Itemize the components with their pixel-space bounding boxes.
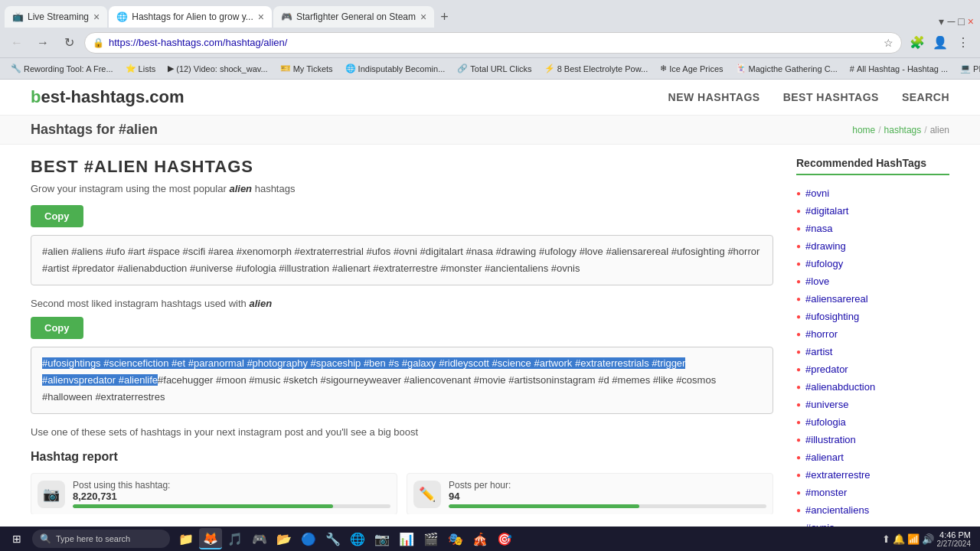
profile-button[interactable]: 👤 — [929, 32, 951, 54]
reload-button[interactable]: ↻ — [58, 32, 80, 54]
bookmark-all-hashtag[interactable]: # All Hashtag - Hashtag ... — [845, 63, 952, 75]
logo-b-letter: b — [31, 87, 41, 106]
site-nav: NEW HASHTAGS BEST HASHTAGS SEARCH — [668, 91, 949, 103]
bookmark-label-2: Lists — [139, 64, 156, 73]
sidebar-item-drawing[interactable]: ● #drawing — [796, 237, 949, 255]
back-button[interactable]: ← — [6, 32, 28, 54]
sidebar-dot-6: ● — [796, 277, 801, 285]
extensions-button[interactable]: 🧩 — [906, 32, 928, 54]
sidebar-item-nasa[interactable]: ● #nasa — [796, 220, 949, 237]
taskbar-icon-files[interactable]: 📂 — [273, 528, 296, 549]
tab-close-1[interactable]: × — [93, 11, 100, 22]
copy-button-2[interactable]: Copy — [31, 317, 83, 339]
tab-close-3[interactable]: × — [420, 11, 426, 22]
sidebar-dot-14: ● — [796, 418, 801, 426]
taskbar-icon-app7[interactable]: 🎭 — [444, 528, 467, 549]
tray-time: 4:46 PM — [939, 530, 971, 540]
taskbar-icon-browser[interactable]: 🦊 — [199, 528, 222, 549]
bookmark-video[interactable]: ▶ (12) Video: shock_wav... — [163, 62, 272, 75]
bookmark-icon-3: ▶ — [168, 64, 174, 73]
close-window-button[interactable]: × — [968, 15, 974, 28]
toolbar-actions: 🧩 👤 ⋮ — [906, 32, 974, 54]
bookmark-mtg[interactable]: 🃏 Magicthe Gathering C... — [731, 62, 842, 75]
sidebar-item-alienabduction[interactable]: ● #alienabduction — [796, 378, 949, 396]
sidebar-item-ancientaliens[interactable]: ● #ancientaliens — [796, 501, 949, 519]
breadcrumb-sep-2: / — [924, 125, 926, 135]
tray-icon-1[interactable]: ⬆ — [882, 533, 890, 545]
maximize-button[interactable]: □ — [958, 15, 964, 28]
bookmark-label-3: (12) Video: shock_wav... — [176, 64, 267, 73]
menu-button[interactable]: ⋮ — [952, 32, 974, 54]
taskbar-icon-music[interactable]: 🎵 — [224, 528, 247, 549]
address-bar[interactable]: 🔒 https://best-hashtags.com/hashtag/alie… — [84, 32, 902, 54]
sidebar-item-monster[interactable]: ● #monster — [796, 484, 949, 501]
tray-icon-volume[interactable]: 🔊 — [922, 533, 934, 545]
site-header: best-hashtags.com NEW HASHTAGS BEST HASH… — [0, 80, 980, 116]
sidebar-item-predator[interactable]: ● #predator — [796, 360, 949, 378]
tab-hashtags[interactable]: 🌐 Hashtags for Alien to grow y... × — [109, 6, 272, 28]
bookmark-page-button[interactable]: ☆ — [884, 37, 893, 49]
new-tab-button[interactable]: + — [436, 6, 453, 28]
taskbar-icon-app8[interactable]: 🎪 — [469, 528, 492, 549]
sidebar-item-ovni[interactable]: ● #ovni — [796, 184, 949, 202]
taskbar-icon-app5[interactable]: 📊 — [395, 528, 418, 549]
sidebar-item-universe[interactable]: ● #universe — [796, 396, 949, 413]
bookmark-rewording[interactable]: 🔧 Rewording Tool: A Fre... — [6, 62, 118, 75]
copy-button-1[interactable]: Copy — [31, 205, 83, 227]
tray-time-block[interactable]: 4:46 PM 2/27/2024 — [937, 530, 972, 548]
sidebar-dot-1: ● — [796, 189, 801, 197]
taskbar-icon-app1[interactable]: 🔵 — [297, 528, 320, 549]
bookmark-ice-age[interactable]: ❄ Ice Age Prices — [655, 62, 727, 75]
sidebar-item-ovnis[interactable]: ● #ovnis — [796, 519, 949, 527]
bookmark-label-1: Rewording Tool: A Fre... — [24, 64, 113, 73]
sidebar-item-illustration[interactable]: ● #illustration — [796, 431, 949, 448]
taskbar-search[interactable]: 🔍 Type here to search — [32, 530, 170, 548]
taskbar-icon-app2[interactable]: 🔧 — [322, 528, 345, 549]
nav-search[interactable]: SEARCH — [902, 91, 949, 103]
sidebar-item-ufology[interactable]: ● #ufology — [796, 255, 949, 272]
start-button[interactable]: ⊞ — [3, 528, 31, 549]
sidebar-item-love[interactable]: ● #love — [796, 272, 949, 290]
sidebar-item-ufosighting[interactable]: ● #ufosighting — [796, 308, 949, 325]
sidebar-item-ufologia[interactable]: ● #ufologia — [796, 413, 949, 431]
tab-live-streaming[interactable]: 📺 Live Streaming × — [5, 6, 107, 28]
bookmark-electrolyte[interactable]: ⚡ 8 Best Electrolyte Pow... — [540, 62, 653, 75]
sidebar-item-horror[interactable]: ● #horror — [796, 325, 949, 343]
forward-button[interactable]: → — [32, 32, 54, 54]
breadcrumb-hashtags[interactable]: hashtags — [884, 125, 922, 135]
bookmark-lists[interactable]: ⭐ Lists — [121, 62, 161, 75]
taskbar-icon-app9[interactable]: 🎯 — [493, 528, 516, 549]
tray-icon-2[interactable]: 🔔 — [893, 533, 905, 545]
bookmark-label-9: Magicthe Gathering C... — [749, 64, 838, 73]
bookmark-gtx[interactable]: 💻 PH-GTX1650-O4G | Gr... — [956, 62, 980, 75]
taskbar-icon-game[interactable]: 🎮 — [248, 528, 271, 549]
sidebar-dot-9: ● — [796, 330, 801, 338]
tab-close-2[interactable]: × — [258, 11, 264, 22]
bookmark-tickets[interactable]: 🎫 My Tickets — [276, 62, 338, 75]
bookmark-label-5: Indisputably Becomin... — [358, 64, 446, 73]
tray-icon-wifi[interactable]: 📶 — [907, 533, 920, 545]
bookmark-icon-11: 💻 — [960, 64, 971, 73]
section-title: BEST #ALIEN HASHTAGS — [31, 157, 773, 177]
sidebar-item-digitalart[interactable]: ● #digitalart — [796, 202, 949, 220]
nav-new-hashtags[interactable]: NEW HASHTAGS — [668, 91, 760, 103]
minimize-button[interactable]: ─ — [947, 15, 955, 28]
nav-best-hashtags[interactable]: BEST HASHTAGS — [783, 91, 879, 103]
tab-title-2: Hashtags for Alien to grow y... — [132, 11, 253, 22]
sidebar-item-alienart[interactable]: ● #alienart — [796, 448, 949, 466]
breadcrumb-home[interactable]: home — [852, 125, 875, 135]
tab-starfighter[interactable]: 🎮 Starfighter General on Steam × — [273, 6, 434, 28]
report-title: Hashtag report — [31, 450, 773, 464]
taskbar-icon-app4[interactable]: 📷 — [371, 528, 394, 549]
taskbar-icon-explorer[interactable]: 📁 — [175, 528, 198, 549]
taskbar: ⊞ 🔍 Type here to search 📁 🦊 🎵 🎮 📂 🔵 🔧 🌐 … — [0, 527, 980, 551]
taskbar-icon-app3[interactable]: 🌐 — [346, 528, 369, 549]
taskbar-icon-app6[interactable]: 🎬 — [420, 528, 443, 549]
tab-overflow-button[interactable]: ▾ — [939, 15, 944, 28]
bookmark-indisputably[interactable]: 🌐 Indisputably Becomin... — [341, 62, 450, 75]
sidebar-item-aliensarereal[interactable]: ● #aliensarereal — [796, 290, 949, 308]
bookmark-url-clicks[interactable]: 🔗 Total URL Clicks — [452, 62, 536, 75]
sidebar-dot-16: ● — [796, 453, 801, 461]
sidebar-item-artist[interactable]: ● #artist — [796, 343, 949, 360]
sidebar-item-extraterrestre[interactable]: ● #extraterrestre — [796, 466, 949, 484]
